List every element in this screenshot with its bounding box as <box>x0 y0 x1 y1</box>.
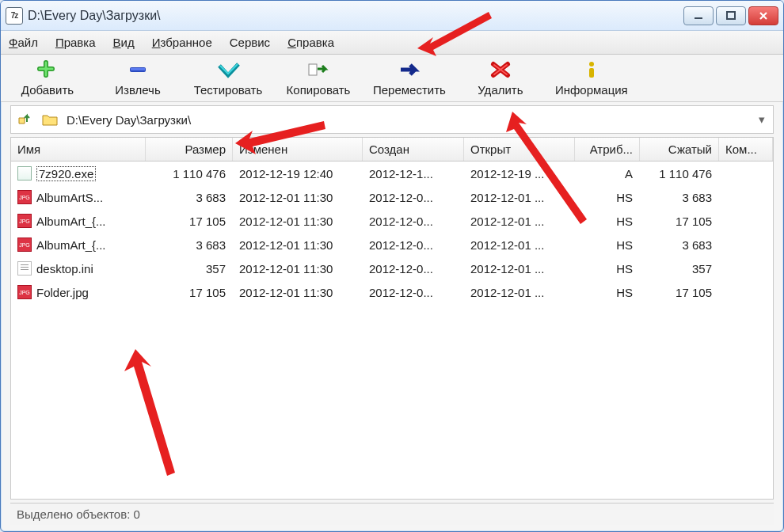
col-size[interactable]: Размер <box>146 138 233 161</box>
up-folder-icon[interactable] <box>16 111 33 128</box>
file-exe-icon <box>17 166 32 180</box>
tool-move[interactable]: Переместить <box>373 59 446 97</box>
file-list: Имя Размер Изменен Создан Открыт Атриб..… <box>10 137 774 500</box>
folder-icon <box>41 111 59 128</box>
tool-plus[interactable]: Добавить <box>12 59 83 97</box>
pathbar: D:\Every Day\Загрузки\ ▾ <box>10 105 774 134</box>
table-row[interactable]: AlbumArtS...3 6832012-12-01 11:302012-12… <box>11 185 773 209</box>
tool-test[interactable]: Тестировать <box>192 59 264 97</box>
file-jpg-icon <box>17 214 32 228</box>
column-headers: Имя Размер Изменен Создан Открыт Атриб..… <box>11 138 773 162</box>
table-row[interactable]: Folder.jpg17 1052012-12-01 11:302012-12-… <box>11 280 773 304</box>
table-row[interactable]: desktop.ini3572012-12-01 11:302012-12-0.… <box>11 256 773 280</box>
statusbar: Выделено объектов: 0 <box>10 503 774 525</box>
menubar: ФайлПравкаВидИзбранноеСервисСправка <box>1 31 783 55</box>
svg-rect-6 <box>589 68 594 78</box>
menu-сервис[interactable]: Сервис <box>230 36 270 49</box>
maximize-button[interactable] <box>716 6 746 25</box>
col-comment[interactable]: Ком... <box>719 138 773 161</box>
table-row[interactable]: 7z920.exe1 110 4762012-12-19 12:402012-1… <box>11 162 773 185</box>
copy-icon <box>306 59 331 80</box>
status-text: Выделено объектов: 0 <box>17 507 140 521</box>
col-opened[interactable]: Открыт <box>464 138 575 161</box>
menu-вид[interactable]: Вид <box>113 36 135 49</box>
menu-файл[interactable]: Файл <box>9 36 38 49</box>
col-created[interactable]: Создан <box>363 138 464 161</box>
svg-rect-3 <box>131 68 145 70</box>
svg-rect-4 <box>309 64 317 75</box>
file-rows: 7z920.exe1 110 4762012-12-19 12:402012-1… <box>11 162 773 499</box>
col-attrib[interactable]: Атриб... <box>575 138 640 161</box>
app-icon-7z: 7z <box>6 7 23 25</box>
path-text[interactable]: D:\Every Day\Загрузки\ <box>67 113 748 127</box>
minimize-button[interactable] <box>683 6 714 25</box>
svg-rect-1 <box>727 12 735 19</box>
toolbar: ДобавитьИзвлечьТестироватьКопироватьПере… <box>1 55 783 102</box>
main-window: 7z D:\Every Day\Загрузки\ ФайлПравкаВидИ… <box>0 0 784 532</box>
file-ini-icon <box>17 261 32 276</box>
file-jpg-icon <box>17 238 32 252</box>
menu-избранное[interactable]: Избранное <box>152 36 212 49</box>
info-icon <box>579 59 604 80</box>
svg-point-5 <box>589 62 594 66</box>
table-row[interactable]: AlbumArt_{...17 1052012-12-01 11:302012-… <box>11 209 773 233</box>
delete-icon <box>488 59 513 80</box>
col-modified[interactable]: Изменен <box>233 138 363 161</box>
tool-delete[interactable]: Удалить <box>465 59 536 97</box>
menu-справка[interactable]: Справка <box>287 36 334 49</box>
table-row[interactable]: AlbumArt_{...3 6832012-12-01 11:302012-1… <box>11 233 773 256</box>
titlebar[interactable]: 7z D:\Every Day\Загрузки\ <box>1 1 783 31</box>
test-icon <box>215 59 241 80</box>
col-packed[interactable]: Сжатый <box>640 138 719 161</box>
file-jpg-icon <box>17 285 32 299</box>
move-icon <box>397 59 422 80</box>
tool-info[interactable]: Информация <box>555 59 628 97</box>
path-dropdown-icon[interactable]: ▾ <box>755 112 768 127</box>
window-buttons <box>683 6 778 25</box>
minus-icon <box>125 59 150 80</box>
plus-icon <box>35 59 60 80</box>
menu-правка[interactable]: Правка <box>55 36 96 49</box>
tool-copy[interactable]: Копировать <box>283 59 354 97</box>
close-button[interactable] <box>748 6 778 25</box>
file-jpg-icon <box>17 190 32 204</box>
col-name[interactable]: Имя <box>11 138 146 161</box>
window-title: D:\Every Day\Загрузки\ <box>28 9 683 23</box>
svg-rect-0 <box>695 17 702 19</box>
tool-minus[interactable]: Извлечь <box>102 59 173 97</box>
